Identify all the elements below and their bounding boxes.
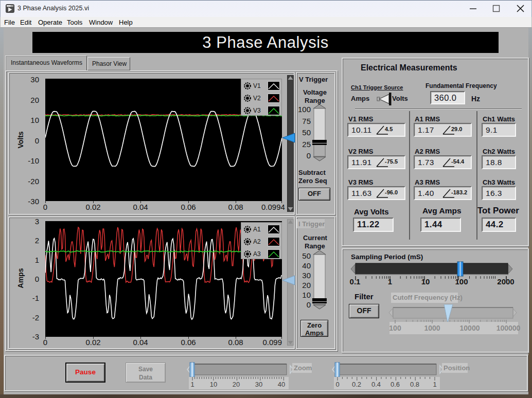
svg-text:4.5: 4.5 xyxy=(385,126,393,132)
svg-text:-183.2: -183.2 xyxy=(451,189,467,195)
svg-text:-96.0: -96.0 xyxy=(385,189,398,195)
svg-text:29.0: 29.0 xyxy=(451,126,462,132)
svg-text:-75.5: -75.5 xyxy=(385,158,398,165)
svg-text:-54.4: -54.4 xyxy=(451,158,465,165)
